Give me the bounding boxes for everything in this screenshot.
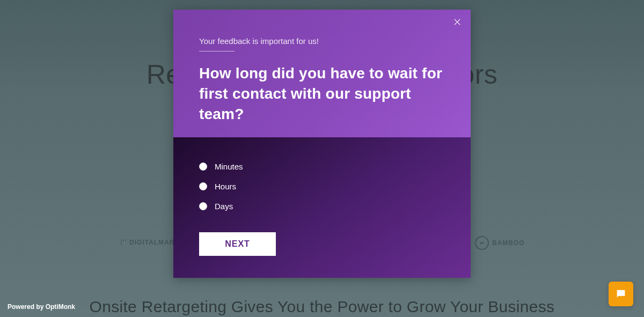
option-label: Minutes: [215, 162, 243, 171]
modal-header: Your feedback is important for us! How l…: [173, 10, 471, 137]
intro-underline: [199, 51, 235, 51]
close-icon: [452, 17, 462, 27]
option-minutes[interactable]: Minutes: [199, 162, 445, 171]
chat-button[interactable]: [609, 282, 633, 306]
modal-question: How long did you have to wait for first …: [199, 63, 445, 124]
modal-body: Minutes Hours Days NEXT: [173, 137, 471, 278]
option-label: Days: [215, 202, 233, 211]
next-button[interactable]: NEXT: [199, 232, 276, 256]
close-button[interactable]: [452, 17, 462, 27]
chat-icon: [615, 288, 627, 300]
radio-icon: [199, 163, 207, 171]
option-hours[interactable]: Hours: [199, 182, 445, 191]
option-days[interactable]: Days: [199, 202, 445, 211]
powered-by[interactable]: Powered by OptiMonk: [8, 303, 75, 311]
options-group: Minutes Hours Days: [199, 162, 445, 211]
feedback-modal: Your feedback is important for us! How l…: [173, 10, 471, 278]
modal-intro: Your feedback is important for us!: [199, 36, 445, 46]
option-label: Hours: [215, 182, 236, 191]
radio-icon: [199, 182, 207, 190]
radio-icon: [199, 202, 207, 210]
